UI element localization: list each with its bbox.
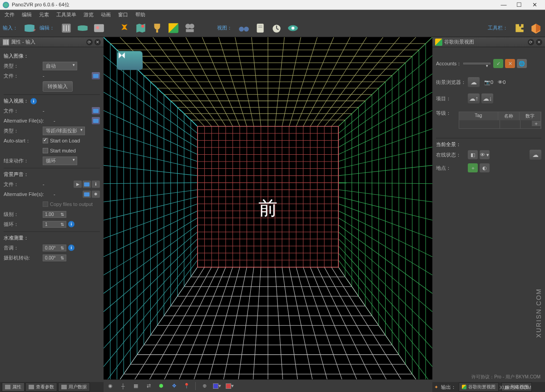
projection-dropdown[interactable]: 等距/球面投影 [43, 127, 85, 135]
move-icon[interactable]: ✥ [170, 382, 178, 390]
tab-streetview-output[interactable]: 谷歌街景视图 [459, 382, 499, 392]
toggle-button[interactable]: ◧ [468, 150, 478, 159]
download-button[interactable]: ☁↓ [481, 93, 493, 103]
svg-rect-4 [94, 24, 104, 32]
sound-browse-button[interactable] [83, 181, 91, 188]
pin-icon[interactable]: ⬢ [157, 382, 165, 390]
box-icon[interactable] [530, 22, 542, 34]
compass-icon[interactable]: ◉ [106, 382, 114, 390]
loop-info-icon[interactable]: i [68, 221, 74, 227]
leveling-section: 水准测量： [4, 235, 100, 241]
link-icon[interactable]: ⇄ [144, 382, 153, 390]
end-action-dropdown[interactable]: 循环 [43, 157, 77, 165]
svg-rect-16 [258, 27, 263, 27]
browse-video-button[interactable] [92, 107, 100, 114]
svg-rect-1 [64, 25, 64, 31]
account-globe-button[interactable]: 🌐 [517, 59, 527, 68]
accounts-dropdown[interactable] [463, 63, 490, 64]
tone-spinner[interactable]: 0.00°⇅ [43, 245, 66, 251]
streetview-icon[interactable] [167, 22, 180, 34]
titlebar: Pano2VR pro 6.0.6 - 64位 — ☐ ✕ [0, 0, 545, 10]
3d-view[interactable]: 前 [104, 37, 432, 379]
start-muted-checkbox[interactable] [43, 148, 48, 153]
puzzle-icon[interactable] [513, 22, 526, 34]
target-icon[interactable]: ⊕ [200, 382, 208, 390]
camrot-spinner[interactable]: 0.00°⇅ [43, 255, 66, 261]
loop-spinner[interactable]: 1⇅ [43, 221, 66, 228]
add-row-button[interactable]: ＋ [532, 121, 540, 126]
tab-view-params[interactable]: 查看参数 [25, 382, 57, 392]
svg-point-19 [292, 26, 295, 29]
menu-tools[interactable]: 工具菜单 [54, 10, 79, 19]
user-card-icon[interactable] [93, 22, 105, 34]
grid-icon[interactable]: ▦ [132, 382, 140, 390]
browse-file-button[interactable] [92, 72, 100, 79]
type-label: 类型： [4, 63, 43, 69]
output-label: 输出： [441, 384, 456, 391]
svg-rect-3 [68, 25, 69, 31]
menu-file[interactable]: 文件 [2, 10, 17, 19]
type-dropdown[interactable]: 自动 [43, 62, 77, 70]
sliders-icon[interactable] [60, 22, 73, 34]
info-icon[interactable]: i [30, 98, 37, 104]
color1-icon[interactable]: ▾ [213, 382, 221, 390]
hotspot-icon[interactable] [118, 22, 131, 34]
streetview-header: 谷歌街景视图 ⟳ ✕ [432, 37, 545, 47]
close-button[interactable]: ✕ [527, 1, 542, 8]
film-icon[interactable] [183, 22, 196, 34]
marker-icon[interactable]: 📍 [183, 382, 191, 390]
menu-window[interactable]: 窗口 [115, 10, 131, 19]
svg-rect-25 [29, 385, 34, 389]
sv-close-button[interactable]: ✕ [536, 39, 542, 45]
upload-button[interactable]: ☁↑ [468, 93, 480, 103]
maximize-button[interactable]: ☐ [511, 1, 527, 8]
timer-icon[interactable] [270, 22, 283, 34]
binoculars-icon[interactable] [238, 22, 250, 34]
menu-help[interactable]: 帮助 [133, 10, 148, 19]
svg-rect-7 [156, 29, 158, 33]
detach-button[interactable]: ⟳ [86, 39, 93, 45]
panel-icon [3, 39, 9, 45]
alt-browse-button[interactable] [83, 191, 91, 198]
eye-icon[interactable] [287, 22, 299, 34]
menu-animation[interactable]: 动画 [98, 10, 114, 19]
account-remove-button[interactable]: ✕ [505, 59, 515, 68]
map-icon[interactable] [134, 22, 147, 34]
trophy-icon[interactable] [151, 22, 164, 34]
add-location-button[interactable]: ＋ [468, 163, 478, 172]
copy-files-checkbox[interactable] [43, 201, 48, 207]
location-swap-button[interactable]: ◐ [480, 163, 490, 172]
app-icon [3, 2, 9, 8]
properties-header: 属性 - 输入 ⟳ ✕ [0, 37, 104, 47]
edit-label: 编辑： [40, 24, 54, 31]
current-panorama-section: 当前全景： [436, 141, 541, 148]
account-ok-button[interactable]: ✓ [493, 59, 503, 68]
panorama-edit-icon[interactable] [76, 22, 89, 34]
visibility-button[interactable]: 👁 ▾ [480, 150, 490, 159]
close-panel-button[interactable]: ✕ [94, 39, 101, 45]
level-spinner[interactable]: 1.00⇅ [43, 211, 66, 218]
cloud-button[interactable]: ☁ [468, 77, 480, 87]
start-on-load-checkbox[interactable] [43, 138, 48, 143]
color2-icon[interactable]: ▾ [226, 382, 234, 390]
play-button[interactable]: ▶ [74, 181, 82, 188]
input-panorama-icon[interactable] [23, 22, 36, 34]
sound-info-icon[interactable]: i [92, 181, 100, 188]
alt-settings-button[interactable]: ✱ [92, 191, 100, 198]
browse-alt-button[interactable] [92, 117, 100, 124]
watermark: XURISN.COM [535, 288, 542, 338]
tone-info-icon[interactable]: i [68, 245, 74, 251]
properties-panel: 属性 - 输入 ⟳ ✕ 输入图像： 类型：自动 文件：- 转换输入 输入视频：i… [0, 37, 104, 392]
convert-button[interactable]: 转换输入 [43, 81, 73, 92]
sync-button[interactable]: ☁ [530, 150, 541, 160]
clipboard-icon[interactable] [254, 22, 267, 34]
sv-detach-button[interactable]: ⟳ [528, 39, 534, 45]
tab-properties[interactable]: 属性 [2, 382, 25, 392]
tab-user-data[interactable]: 用户数据 [58, 382, 90, 392]
face-label: 前 [258, 196, 277, 221]
minimize-button[interactable]: — [496, 1, 511, 8]
menu-element[interactable]: 元素 [36, 10, 52, 19]
crosshair-icon[interactable]: ┼ [119, 382, 127, 390]
menu-edit[interactable]: 编辑 [19, 10, 35, 19]
menu-tour[interactable]: 游览 [81, 10, 96, 19]
